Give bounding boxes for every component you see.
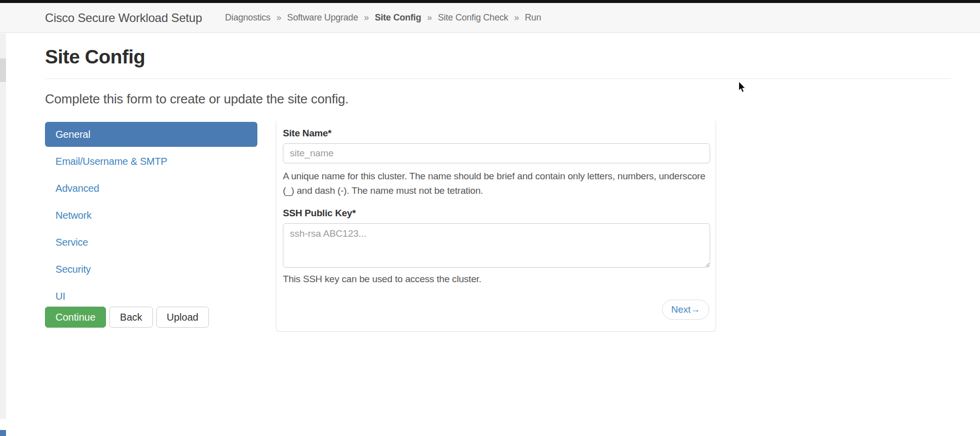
bottom-left-blue-marker [0,430,6,436]
breadcrumb-item-site-config[interactable]: Site Config [375,12,421,22]
main-content: Site Config Complete this form to create… [6,33,980,436]
breadcrumb-separator: » [514,12,519,22]
action-button-row: Continue Back Upload [45,307,212,328]
site-name-help-text: A unique name for this cluster. The name… [283,169,714,198]
breadcrumb-item-run[interactable]: Run [525,12,541,22]
breadcrumb-item-diagnostics[interactable]: Diagnostics [225,12,270,22]
mouse-cursor-icon [738,81,746,93]
left-gutter-scroll-handle[interactable] [0,58,6,82]
back-button[interactable]: Back [109,307,152,328]
general-tab-panel: Site Name* A unique name for this cluste… [276,121,716,332]
nav-item-advanced[interactable]: Advanced [45,176,257,201]
page-title: Site Config [45,46,145,68]
nav-item-security[interactable]: Security [45,257,257,282]
nav-item-network[interactable]: Network [45,203,257,228]
app-header: Cisco Secure Workload Setup Diagnostics … [0,3,980,33]
breadcrumb: Diagnostics » Software Upgrade » Site Co… [225,12,541,23]
breadcrumb-item-site-config-check[interactable]: Site Config Check [438,12,508,22]
site-name-input[interactable] [283,143,710,163]
title-divider [45,78,951,79]
nav-item-email-username-smtp[interactable]: Email/Username & SMTP [45,149,257,174]
nav-item-general[interactable]: General [45,122,257,147]
app-title: Cisco Secure Workload Setup [45,11,202,25]
left-gutter [0,33,6,419]
breadcrumb-separator: » [276,12,281,22]
upload-button[interactable]: Upload [156,307,209,328]
settings-nav: General Email/Username & SMTP Advanced N… [45,122,257,311]
next-button[interactable]: Next→ [662,300,709,320]
continue-button[interactable]: Continue [45,307,106,328]
nav-item-service[interactable]: Service [45,230,257,255]
breadcrumb-separator: » [364,12,369,22]
ssh-key-help-text: This SSH key can be used to access the c… [283,272,714,286]
page-lead-text: Complete this form to create or update t… [45,91,349,107]
breadcrumb-separator: » [427,12,432,22]
breadcrumb-item-software-upgrade[interactable]: Software Upgrade [287,12,358,22]
nav-item-ui[interactable]: UI [45,284,257,309]
next-button-row: Next→ [283,300,710,320]
site-name-label: Site Name* [283,128,710,139]
ssh-public-key-label: SSH Public Key* [283,208,710,219]
ssh-public-key-textarea[interactable] [283,223,710,268]
